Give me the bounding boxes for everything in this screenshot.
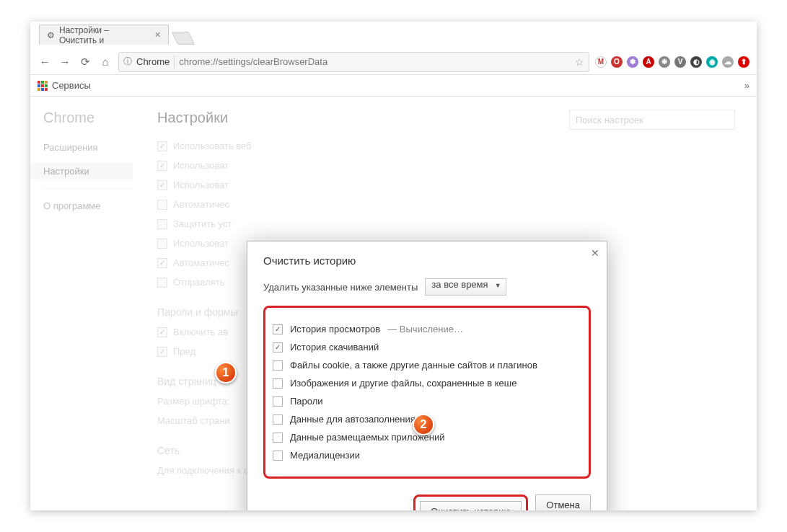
checkbox-icon[interactable] — [273, 433, 283, 443]
svg-rect-2 — [45, 81, 48, 84]
browser-toolbar: ← → ⟳ ⌂ ⓘ Chrome chrome://settings/clear… — [30, 49, 757, 75]
svg-rect-6 — [38, 88, 40, 91]
option-label: Медиалицензии — [290, 450, 360, 461]
extension-icon[interactable]: O — [611, 56, 623, 68]
extension-icons: MO✽A❉V◐◉☁⬆ — [595, 56, 749, 68]
option-label: Файлы cookie, а также другие данные сайт… — [290, 360, 537, 371]
extension-icon[interactable]: ✽ — [627, 56, 638, 68]
clear-history-dialog: ✕ Очистить историю Удалить указанные ниж… — [247, 241, 607, 510]
url-text: chrome://settings/clearBrowserData — [179, 56, 571, 67]
chrome-window: ─ ☐ ✕ ⚙ Настройки – Очистить и ✕ ← → ⟳ ⌂… — [30, 22, 757, 510]
tab-strip: ⚙ Настройки – Очистить и ✕ — [30, 22, 757, 45]
tab-title: Настройки – Очистить и — [59, 25, 147, 45]
cancel-button[interactable]: Отмена — [535, 495, 591, 510]
svg-rect-3 — [38, 84, 40, 87]
svg-rect-8 — [45, 88, 48, 91]
dialog-title: Очистить историю — [263, 254, 591, 267]
forward-icon[interactable]: → — [58, 56, 72, 68]
svg-rect-4 — [41, 84, 44, 87]
home-icon[interactable]: ⌂ — [98, 56, 113, 68]
bookmarks-bar: Сервисы » — [30, 75, 757, 97]
info-icon[interactable]: ⓘ — [123, 56, 132, 68]
checkbox-icon[interactable] — [273, 451, 283, 461]
clear-option-row[interactable]: Файлы cookie, а также другие данные сайт… — [273, 360, 581, 371]
svg-rect-7 — [41, 88, 44, 91]
time-range-select[interactable]: за все время — [425, 278, 506, 296]
clear-option-row[interactable]: История просмотров — Вычисление… — [273, 324, 581, 334]
extension-icon[interactable]: A — [643, 56, 654, 68]
checkbox-icon[interactable] — [273, 360, 283, 371]
time-range-row: Удалить указанные ниже элементы за все в… — [263, 278, 591, 296]
svg-rect-1 — [41, 81, 44, 84]
annotation-badge-2: 2 — [413, 414, 434, 435]
bookmarks-label: Сервисы — [52, 80, 91, 91]
highlight-clear-button: Очистить историю — [413, 495, 528, 510]
checkbox-icon[interactable] — [273, 378, 283, 389]
checkbox-icon[interactable] — [273, 342, 283, 353]
annotation-badge-1: 1 — [215, 362, 237, 384]
address-bar[interactable]: ⓘ Chrome chrome://settings/clearBrowserD… — [118, 52, 589, 72]
settings-page: Chrome Расширения Настройки О программе … — [30, 97, 757, 510]
extension-icon[interactable]: ❉ — [659, 56, 670, 68]
bookmark-star-icon[interactable]: ☆ — [575, 56, 584, 68]
apps-shortcut[interactable]: Сервисы — [38, 80, 91, 91]
new-tab-button[interactable] — [172, 32, 195, 45]
svg-rect-0 — [38, 81, 40, 84]
delete-label: Удалить указанные ниже элементы — [263, 282, 418, 293]
extension-icon[interactable]: ◉ — [706, 56, 718, 68]
browser-tab[interactable]: ⚙ Настройки – Очистить и ✕ — [39, 25, 169, 45]
clear-option-row[interactable]: Изображения и другие файлы, сохраненные … — [273, 378, 581, 389]
option-label: История скачиваний — [290, 342, 379, 353]
extension-icon[interactable]: ⬆ — [738, 56, 749, 68]
option-label: История просмотров — [290, 324, 380, 334]
bookmarks-overflow-icon[interactable]: » — [744, 80, 749, 91]
url-origin-label: Chrome — [136, 56, 175, 68]
apps-icon — [38, 81, 48, 91]
dialog-button-row: Очистить историю Отмена — [263, 495, 591, 510]
extension-icon[interactable]: ◐ — [690, 56, 702, 68]
option-label: Изображения и другие файлы, сохраненные … — [290, 378, 516, 389]
gear-icon: ⚙ — [47, 30, 55, 40]
checkbox-icon[interactable] — [273, 396, 283, 407]
back-icon[interactable]: ← — [38, 56, 52, 68]
extension-icon[interactable]: ☁ — [722, 56, 734, 68]
option-sublabel: — Вычисление… — [387, 324, 463, 334]
checkbox-icon[interactable] — [273, 324, 283, 334]
close-tab-icon[interactable]: ✕ — [154, 30, 161, 40]
checkbox-icon[interactable] — [273, 414, 283, 425]
option-label: Данные для автозаполнения — [290, 414, 416, 425]
reload-icon[interactable]: ⟳ — [78, 56, 92, 68]
extension-icon[interactable]: M — [595, 56, 607, 68]
clear-option-row[interactable]: Пароли — [273, 396, 581, 407]
option-label: Пароли — [290, 396, 323, 407]
clear-options-group: История просмотров — Вычисление…История … — [263, 306, 591, 479]
extension-icon[interactable]: V — [674, 56, 686, 68]
clear-history-button[interactable]: Очистить историю — [420, 501, 522, 510]
svg-rect-5 — [45, 84, 48, 87]
clear-option-row[interactable]: История скачиваний — [273, 342, 581, 353]
dialog-close-icon[interactable]: ✕ — [591, 247, 599, 259]
clear-option-row[interactable]: Медиалицензии — [273, 450, 581, 461]
